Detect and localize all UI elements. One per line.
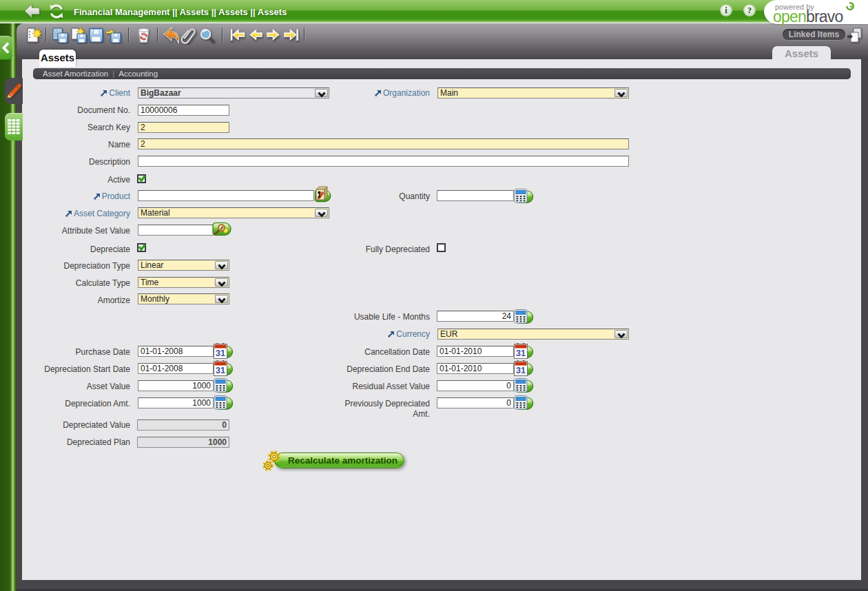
- svg-text:?: ?: [747, 6, 752, 15]
- svg-text:31: 31: [216, 366, 225, 375]
- svg-text:31: 31: [216, 349, 225, 358]
- svg-text:31: 31: [516, 349, 526, 358]
- svg-text:31: 31: [516, 366, 526, 375]
- svg-text:i: i: [725, 6, 727, 15]
